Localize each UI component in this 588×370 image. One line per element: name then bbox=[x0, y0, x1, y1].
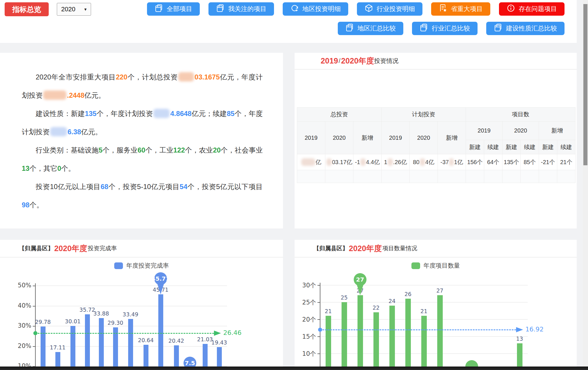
toolbar-row-1: 全部项目 我关注的项目 地区投资明细 行业投资明细 省重大项目 bbox=[147, 2, 565, 16]
bottom-edge-strip bbox=[0, 367, 588, 370]
completion-rate-bar-chart: 50%40%30%20%10%29.7817.1130.0135.7233.88… bbox=[0, 240, 283, 370]
provincial-major-projects-button[interactable]: 省重大项目 bbox=[431, 2, 490, 16]
top-toolbar: 指标总览 2020 ▼ 全部项目 我关注的项目 地区投资明细 bbox=[0, 0, 577, 43]
col-header: 2020 bbox=[502, 121, 539, 140]
indicator-overview-button[interactable]: 指标总览 bbox=[5, 2, 49, 16]
bar-value-label: 33.49 bbox=[118, 311, 143, 318]
table-empty-row bbox=[297, 170, 576, 183]
bar-value-label: 29.78 bbox=[31, 319, 55, 325]
project-count-bar-chart: 30个25个20个15个10个21252722242621271316.9227 bbox=[295, 240, 577, 370]
y-axis-tick-label: 30个 bbox=[295, 281, 316, 289]
col-header: 2019 bbox=[466, 121, 502, 140]
my-followed-projects-button[interactable]: 我关注的项目 bbox=[208, 2, 274, 16]
sub-header: 新建 bbox=[539, 140, 557, 154]
bar-value-label: 20.64 bbox=[134, 337, 158, 343]
table-cell: 21个 bbox=[557, 154, 576, 170]
investment-comparison-panel: 2019 / 2020年度 投资情况 总投资 计划投资 项目数 2019 202… bbox=[295, 53, 577, 228]
y-axis-tick-label: 25个 bbox=[295, 298, 316, 306]
avg-line-arrow bbox=[214, 330, 222, 336]
table-cell: -371亿 bbox=[438, 154, 466, 170]
region-summary-compare-button[interactable]: 地区汇总比较 bbox=[338, 22, 403, 35]
bar-value-label: 17.11 bbox=[46, 344, 70, 351]
title-rest: 投资情况 bbox=[374, 57, 398, 65]
table-cell: 1.26亿 bbox=[382, 154, 410, 170]
button-label: 行业汇总比较 bbox=[432, 24, 470, 33]
avg-line-label: 16.92 bbox=[525, 326, 544, 333]
y-axis-tick-label: 30% bbox=[8, 322, 31, 329]
table-cell: 64个 bbox=[484, 154, 502, 170]
title-separator: / bbox=[339, 57, 340, 65]
y-axis-tick-label: 20个 bbox=[295, 315, 316, 324]
col-header: 新增 bbox=[353, 121, 382, 154]
scrollbar-thumb[interactable] bbox=[583, 4, 587, 165]
summary-stack-icon bbox=[420, 23, 428, 34]
col-header: 2019 bbox=[297, 121, 325, 154]
table-data-row: 亿03.17亿-14.4亿1.26亿804亿-371亿156个64个135个85… bbox=[297, 154, 576, 170]
button-label: 省重大项目 bbox=[451, 5, 483, 13]
dashboard-screen: 指标总览 2020 ▼ 全部项目 我关注的项目 地区投资明细 bbox=[0, 0, 588, 370]
year-select[interactable]: 2020 ▼ bbox=[57, 3, 91, 16]
projects-stack-icon bbox=[216, 4, 225, 14]
col-header: 2020 bbox=[410, 121, 438, 154]
avg-line-arrow bbox=[516, 327, 524, 333]
summary-stack-icon bbox=[345, 23, 354, 34]
table-cell: 03.17亿 bbox=[325, 154, 353, 170]
col-group-total-investment: 总投资 bbox=[297, 108, 382, 121]
bar-value-label: 29.30 bbox=[103, 320, 128, 326]
col-group-planned-investment: 计划投资 bbox=[382, 108, 466, 121]
button-label: 地区汇总比较 bbox=[357, 24, 396, 33]
bar-value-label: 24 bbox=[380, 298, 404, 304]
sub-header: 新建 bbox=[502, 140, 521, 154]
col-header: 新增 bbox=[438, 121, 466, 154]
table-cell: 156个 bbox=[466, 154, 484, 170]
col-header: 2019 bbox=[382, 121, 410, 154]
bar-value-label: 19.43 bbox=[207, 339, 231, 346]
toolbar-row-2: 地区汇总比较 行业汇总比较 建设性质汇总比较 bbox=[338, 22, 565, 35]
y-axis-tick-label: 50% bbox=[8, 282, 31, 289]
svg-text:45.71: 45.71 bbox=[151, 275, 170, 282]
value-balloon-marker: 27 bbox=[349, 271, 371, 296]
industry-investment-detail-button[interactable]: 行业投资明细 bbox=[357, 2, 422, 16]
investment-panel-title: 2019 / 2020年度 投资情况 bbox=[295, 53, 577, 70]
caret-down-icon: ▼ bbox=[84, 7, 87, 12]
summary-panel: 2020年全市安排重大项目220个，计划总投资03.1675亿元，年度计划投资.… bbox=[0, 53, 283, 228]
col-group-project-count: 项目数 bbox=[466, 108, 576, 121]
svg-text:7.5: 7.5 bbox=[185, 360, 195, 367]
all-projects-button[interactable]: 全部项目 bbox=[147, 2, 200, 16]
table-cell: 亿 bbox=[297, 154, 325, 170]
doc-star-icon bbox=[439, 4, 447, 14]
y-axis-tick-label: 15个 bbox=[295, 333, 316, 341]
title-year-2019: 2019 bbox=[321, 57, 338, 66]
bar-value-label: 21 bbox=[412, 308, 436, 314]
sub-header: 续建 bbox=[484, 140, 502, 154]
col-header: 新增 bbox=[539, 121, 576, 140]
construction-type-summary-compare-button[interactable]: 建设性质汇总比较 bbox=[486, 22, 565, 35]
summary-stack-icon bbox=[494, 23, 502, 34]
industry-summary-compare-button[interactable]: 行业汇总比较 bbox=[412, 22, 478, 35]
summary-text: 2020年全市安排重大项目220个，计划总投资03.1675亿元，年度计划投资.… bbox=[0, 53, 283, 214]
table-cell: -21个 bbox=[539, 154, 557, 170]
button-label: 行业投资明细 bbox=[377, 5, 415, 13]
industry-cube-icon bbox=[364, 4, 373, 14]
value-balloon-marker: 45.71 bbox=[150, 271, 172, 295]
y-axis-tick-label: 40% bbox=[8, 302, 31, 309]
bar-value-label: 26 bbox=[396, 291, 420, 297]
avg-line-label: 26.46 bbox=[223, 329, 242, 336]
year-select-value: 2020 bbox=[61, 6, 75, 13]
button-label: 地区投资明细 bbox=[302, 5, 341, 13]
svg-text:27: 27 bbox=[356, 276, 364, 283]
bar-value-label: 20.42 bbox=[164, 338, 188, 344]
bar-value-label: 22 bbox=[364, 304, 388, 311]
bar-value-label: 27 bbox=[428, 287, 452, 294]
sub-header: 新建 bbox=[466, 140, 484, 154]
investment-completion-chart-panel: 【归属县区】 2020年度 投资完成率 年度投资完成率 50%40%30%20%… bbox=[0, 240, 283, 370]
sub-header: 续建 bbox=[557, 140, 576, 154]
region-investment-detail-button[interactable]: 地区投资明细 bbox=[283, 2, 348, 16]
investment-table: 总投资 计划投资 项目数 2019 2020 新增 2019 2020 新增 2… bbox=[297, 107, 576, 183]
y-axis-tick-label: 20% bbox=[8, 342, 31, 349]
bar-value-label: 21 bbox=[316, 308, 340, 314]
problem-projects-button[interactable]: 存在问题项目 bbox=[499, 2, 565, 16]
table-cell: 804亿 bbox=[410, 154, 438, 170]
bar-value-label: 13 bbox=[507, 335, 532, 342]
table-cell: -14.4亿 bbox=[353, 154, 382, 170]
